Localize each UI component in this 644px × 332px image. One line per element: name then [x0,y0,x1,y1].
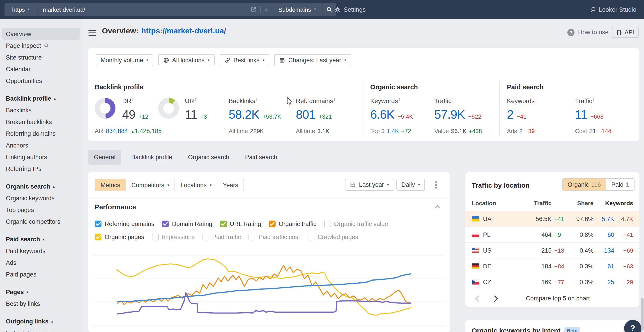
sidebar-section-organic-search[interactable]: Organic search▴ [2,180,80,192]
segment-metrics[interactable]: Metrics [95,179,126,191]
info-icon[interactable]: i [593,97,594,102]
column-keywords[interactable]: Keywords [594,200,633,206]
external-link-icon[interactable] [250,6,256,13]
info-icon[interactable]: i [334,97,335,102]
granularity-button[interactable]: Daily ▾ [396,179,425,191]
info-icon[interactable]: i [132,97,133,102]
checkbox-domain-rating[interactable]: Domain Rating [162,220,212,227]
search-button[interactable] [322,3,336,16]
sidebar-item-page-inspect[interactable]: Page inspect [2,40,80,52]
column-location[interactable]: Location [472,200,527,206]
settings-button[interactable]: Settings [334,0,366,19]
protocol-dropdown[interactable]: https ▾ [4,3,37,16]
sidebar-item-calendar[interactable]: Calendar [2,63,80,75]
location-row-pl[interactable]: PL 464 +9 0.8% 60 −41 [466,227,640,243]
sidebar-item-top-pages[interactable]: Top pages [2,204,80,216]
toggle-paid[interactable]: Paid1 [606,179,634,190]
sidebar-item-referring-domains[interactable]: Referring domains [2,128,80,140]
target-url-link[interactable]: https://market-dveri.ua/ [142,26,226,36]
stat-value[interactable]: 49 [122,108,135,122]
info-icon[interactable]: i [195,97,196,102]
performance-chart[interactable] [92,244,446,332]
stat-value[interactable]: 11 [575,108,587,122]
keywords-link[interactable]: 134 [594,247,614,254]
filter-all-locations[interactable]: All locations▾ [158,54,214,66]
tab-backlink-profile[interactable]: Backlink profile [125,150,178,164]
location-row-us[interactable]: US 215 −13 0.4% 134 −69 [466,243,640,258]
kebab-menu-icon[interactable] [432,180,440,190]
clear-url-icon[interactable]: × [264,6,268,13]
sidebar-item-overview[interactable]: Overview [2,28,80,40]
checkbox-organic-traffic-value[interactable]: Organic traffic value [324,220,388,227]
segment-years[interactable]: Years [217,179,244,191]
sidebar-item-opportunities[interactable]: Opportunities [2,75,80,86]
how-to-use-link[interactable]: How to use [578,29,608,36]
checkbox-organic-pages[interactable]: Organic pages [95,234,144,240]
tab-paid-search[interactable]: Paid search [239,150,283,164]
sidebar-section-outgoing-links[interactable]: Outgoing links▴ [2,315,80,327]
scrollbar-thumb[interactable] [641,298,644,331]
info-icon[interactable]: i [399,97,400,102]
stat-value[interactable]: 6.6K [370,108,394,122]
date-range-button[interactable]: Last year ▾ [345,179,394,191]
location-row-cz[interactable]: CZ 169 −77 0.3% 25 −29 [466,274,640,290]
api-button[interactable]: {} API [612,26,638,38]
sidebar-item-ads[interactable]: Ads [2,257,80,268]
ar-value[interactable]: 834,884 [106,128,128,134]
looker-studio-button[interactable]: Looker Studio [590,0,636,19]
collapse-chevron-icon[interactable] [434,205,440,209]
sidebar-section-paid-search[interactable]: Paid search▴ [2,233,80,245]
sidebar-item-paid-pages[interactable]: Paid pages [2,268,80,280]
sidebar-item-organic-keywords[interactable]: Organic keywords [2,192,80,204]
sidebar-item-organic-competitors[interactable]: Organic competitors [2,216,80,227]
tab-general[interactable]: General [88,150,121,164]
sidebar-item-linking-authors[interactable]: Linking authors [2,151,80,163]
stat-value[interactable]: 801 [296,108,316,122]
location-row-de[interactable]: DE 184 −84 0.3% 61 −63 [466,258,640,274]
info-icon[interactable]: i [256,97,257,102]
keywords-link[interactable]: 25 [594,278,614,285]
stat-value[interactable]: 2 [507,108,514,122]
checkbox-organic-traffic[interactable]: Organic traffic [269,220,316,227]
sidebar-section-pages[interactable]: Pages▴ [2,286,80,298]
checkbox-paid-traffic[interactable]: Paid traffic [202,234,241,240]
checkbox-impressions[interactable]: Impressions [152,234,195,240]
column-traffic[interactable]: Traffic [527,200,552,206]
sidebar-item-paid-keywords[interactable]: Paid keywords [2,245,80,257]
sidebar-item-referring-ips[interactable]: Referring IPs [2,163,80,174]
filter-best-links[interactable]: Best links▾ [220,54,270,66]
sidebar-item-linked-domains[interactable]: Linked domains [2,327,80,332]
segment-locations[interactable]: Locations▾ [175,179,217,191]
sidebar-item-backlinks[interactable]: Backlinks [2,104,80,116]
url-input[interactable]: market-dveri.ua/ × [38,3,272,16]
checkbox-paid-traffic-cost[interactable]: Paid traffic cost [248,234,300,240]
checkbox-crawled-pages[interactable]: Crawled pages [308,234,358,240]
sidebar-item-broken-backlinks[interactable]: Broken backlinks [2,116,80,128]
checkbox-url-rating[interactable]: URL Rating [220,220,261,227]
tab-organic-search[interactable]: Organic search [182,150,235,164]
stat-value[interactable]: 58.2K [229,108,259,122]
compare-top5-link[interactable]: Compare top 5 on chart [497,295,619,302]
sidebar-section-backlink-profile[interactable]: Backlink profile▴ [2,92,80,104]
info-icon[interactable]: i [452,97,453,102]
checkbox-referring-domains[interactable]: Referring domains [95,220,154,227]
info-icon[interactable]: i [536,97,536,102]
prev-page-icon[interactable] [475,295,482,302]
toggle-organic[interactable]: Organic116 [562,179,606,190]
column-share[interactable]: Share [569,200,594,206]
performance-card: MetricsCompetitors▾Locations▾Years Last … [88,172,450,332]
sidebar-item-anchors[interactable]: Anchors [2,140,80,151]
stat-value[interactable]: 57.9K [434,108,465,122]
sidebar-item-site-structure[interactable]: Site structure [2,52,80,63]
filter-changes-last-year[interactable]: Changes: Last year▾ [274,54,351,66]
keywords-link[interactable]: 5.7K [594,216,614,222]
scope-dropdown[interactable]: Subdomains ▾ [272,3,322,16]
stat-value[interactable]: 11 [185,108,197,122]
keywords-link[interactable]: 61 [594,263,614,270]
keywords-link[interactable]: 60 [594,231,614,238]
menu-toggle-icon[interactable] [88,30,96,37]
location-row-ua[interactable]: UA 56.5K +41 97.6% 5.7K −4.7K [466,211,640,227]
filter-monthly-volume[interactable]: Monthly volume▾ [96,54,153,66]
segment-competitors[interactable]: Competitors▾ [126,179,175,191]
sidebar-item-best-by-links[interactable]: Best by links [2,298,80,310]
